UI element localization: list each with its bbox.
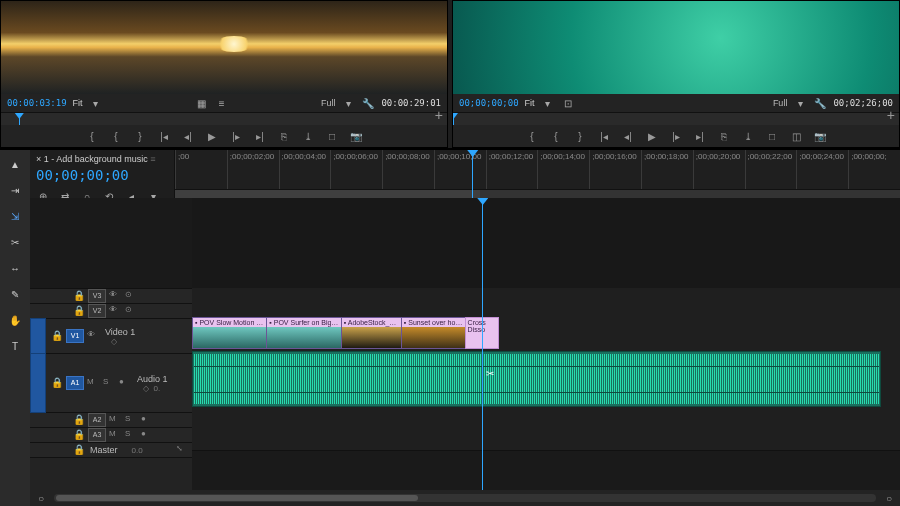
record-icon[interactable]: ● bbox=[141, 429, 153, 441]
tool-selection[interactable]: ▲ bbox=[7, 156, 23, 172]
sync-lock-icon[interactable]: ⊙ bbox=[125, 305, 137, 317]
tool-hand[interactable]: ✋ bbox=[7, 312, 23, 328]
program-zoom[interactable]: Fit bbox=[525, 98, 535, 108]
lane-master[interactable] bbox=[192, 436, 900, 451]
lane-a2[interactable] bbox=[192, 408, 900, 423]
tool-slip[interactable]: ↔ bbox=[7, 260, 23, 276]
source-resolution[interactable]: Full bbox=[321, 98, 336, 108]
sequence-timecode[interactable]: 00;00;00;00 bbox=[36, 167, 168, 183]
chevron-down-icon[interactable]: ▾ bbox=[793, 96, 807, 110]
sequence-name[interactable]: 1 - Add background music bbox=[44, 154, 148, 164]
eye-icon[interactable]: 👁 bbox=[109, 305, 121, 317]
lock-icon[interactable]: 🔒 bbox=[51, 377, 63, 389]
track-target-a1[interactable]: A1 bbox=[66, 376, 84, 390]
export-frame-icon[interactable]: □ bbox=[325, 129, 339, 143]
tool-pen[interactable]: ✎ bbox=[7, 286, 23, 302]
source-patch-a1[interactable] bbox=[30, 353, 46, 413]
vr-toggle-icon[interactable]: ⊡ bbox=[561, 96, 575, 110]
lock-icon[interactable]: 🔒 bbox=[73, 305, 85, 317]
mute-icon[interactable]: M bbox=[109, 414, 121, 426]
video-clip[interactable]: ▪ POV Surfer on Big Blue O bbox=[266, 317, 342, 349]
track-header-a3[interactable]: 🔒A3MS● bbox=[30, 428, 192, 443]
scrollbar-thumb[interactable] bbox=[56, 495, 418, 501]
sync-lock-icon[interactable]: ⊙ bbox=[125, 290, 137, 302]
lock-icon[interactable]: 🔒 bbox=[73, 429, 85, 441]
wrench-icon[interactable]: 🔧 bbox=[813, 96, 827, 110]
track-fx-v1[interactable]: ◇ bbox=[111, 337, 141, 346]
settings-icon[interactable]: ≡ bbox=[215, 96, 229, 110]
work-area-bar[interactable] bbox=[175, 189, 900, 198]
go-to-out-icon[interactable]: ▸| bbox=[253, 129, 267, 143]
lane-a3[interactable] bbox=[192, 422, 900, 437]
track-header-v3[interactable]: 🔒V3👁⊙ bbox=[30, 289, 192, 304]
track-target-a3[interactable]: A3 bbox=[88, 428, 106, 442]
video-clip[interactable]: ▪ POV Slow Motion GOPR bbox=[192, 317, 268, 349]
step-forward-icon[interactable]: |▸ bbox=[229, 129, 243, 143]
playhead[interactable] bbox=[472, 150, 473, 198]
zoom-in-icon[interactable]: ○ bbox=[882, 491, 896, 505]
sequence-tab-label[interactable]: × bbox=[36, 154, 44, 164]
export-frame-icon[interactable]: □ bbox=[765, 129, 779, 143]
lock-icon[interactable]: 🔒 bbox=[73, 444, 85, 456]
video-clip[interactable]: ▪ AdobeStock_234581 bbox=[341, 317, 403, 349]
chevron-down-icon[interactable]: ▾ bbox=[89, 96, 103, 110]
solo-icon[interactable]: S bbox=[125, 429, 137, 441]
chevron-down-icon[interactable]: ▾ bbox=[341, 96, 355, 110]
program-scrub-bar[interactable] bbox=[453, 112, 899, 125]
program-resolution[interactable]: Full bbox=[773, 98, 788, 108]
zoom-out-icon[interactable]: ○ bbox=[34, 491, 48, 505]
lane-v3[interactable] bbox=[192, 288, 900, 303]
time-ruler[interactable]: ;00;00;00;02;00;00;00;04;00;00;00;06;00;… bbox=[174, 150, 900, 198]
tool-track-select[interactable]: ⇥ bbox=[7, 182, 23, 198]
step-back-icon[interactable]: ◂| bbox=[621, 129, 635, 143]
empty-video-lanes[interactable] bbox=[192, 198, 900, 289]
playhead-line[interactable] bbox=[482, 198, 483, 490]
tool-ripple[interactable]: ⇲ bbox=[7, 208, 23, 224]
source-patch-v1[interactable] bbox=[30, 318, 46, 354]
wrench-icon[interactable]: 🔧 bbox=[361, 96, 375, 110]
program-video-view[interactable] bbox=[453, 1, 899, 94]
source-timecode[interactable]: 00:00:03:19 bbox=[7, 98, 67, 108]
extract-icon[interactable]: ⤓ bbox=[741, 129, 755, 143]
lift-icon[interactable]: ⎘ bbox=[717, 129, 731, 143]
eye-icon[interactable]: 👁 bbox=[87, 330, 99, 342]
button-editor-plus[interactable]: + bbox=[435, 107, 443, 123]
insert-icon[interactable]: ⎘ bbox=[277, 129, 291, 143]
chevron-down-icon[interactable]: ▾ bbox=[541, 96, 555, 110]
go-to-in-icon[interactable]: |◂ bbox=[597, 129, 611, 143]
mute-icon[interactable]: M bbox=[109, 429, 121, 441]
mark-in-icon[interactable]: { bbox=[109, 129, 123, 143]
track-content[interactable]: ▪ POV Slow Motion GOPR▪ POV Surfer on Bi… bbox=[192, 198, 900, 490]
solo-icon[interactable]: S bbox=[125, 414, 137, 426]
lock-icon[interactable]: 🔒 bbox=[51, 330, 63, 342]
lock-icon[interactable]: 🔒 bbox=[73, 290, 85, 302]
camera-icon[interactable]: 📷 bbox=[349, 129, 363, 143]
play-icon[interactable]: ▶ bbox=[205, 129, 219, 143]
go-to-out-icon[interactable]: ▸| bbox=[693, 129, 707, 143]
compare-icon[interactable]: ◫ bbox=[789, 129, 803, 143]
tool-razor[interactable]: ✂ bbox=[7, 234, 23, 250]
button-editor-plus[interactable]: + bbox=[887, 107, 895, 123]
add-marker-icon[interactable]: { bbox=[85, 129, 99, 143]
source-scrub-bar[interactable] bbox=[1, 112, 447, 125]
video-clip[interactable]: ▪ Sunset over horseback riders bbox=[401, 317, 467, 349]
track-header-v1[interactable]: 🔒 V1 👁 Video 1 ◇ bbox=[30, 319, 192, 354]
camera-icon[interactable]: 📷 bbox=[813, 129, 827, 143]
mark-out-icon[interactable]: } bbox=[133, 129, 147, 143]
go-to-in-icon[interactable]: |◂ bbox=[157, 129, 171, 143]
record-icon[interactable]: ● bbox=[119, 377, 131, 389]
solo-icon[interactable]: S bbox=[103, 377, 115, 389]
source-zoom[interactable]: Fit bbox=[73, 98, 83, 108]
add-marker-icon[interactable]: { bbox=[525, 129, 539, 143]
eye-icon[interactable]: 👁 bbox=[109, 290, 121, 302]
step-back-icon[interactable]: ◂| bbox=[181, 129, 195, 143]
play-icon[interactable]: ▶ bbox=[645, 129, 659, 143]
horizontal-scrollbar[interactable] bbox=[54, 494, 876, 502]
mark-in-icon[interactable]: { bbox=[549, 129, 563, 143]
lane-v2[interactable] bbox=[192, 302, 900, 317]
track-header-master[interactable]: 🔒 Master 0.0 ⤡ bbox=[30, 443, 192, 458]
track-header-a1[interactable]: 🔒 A1 M S ● Audio 1 ◇ 0. bbox=[30, 354, 192, 413]
mark-out-icon[interactable]: } bbox=[573, 129, 587, 143]
master-level[interactable]: 0.0 bbox=[132, 446, 143, 455]
mute-icon[interactable]: M bbox=[87, 377, 99, 389]
